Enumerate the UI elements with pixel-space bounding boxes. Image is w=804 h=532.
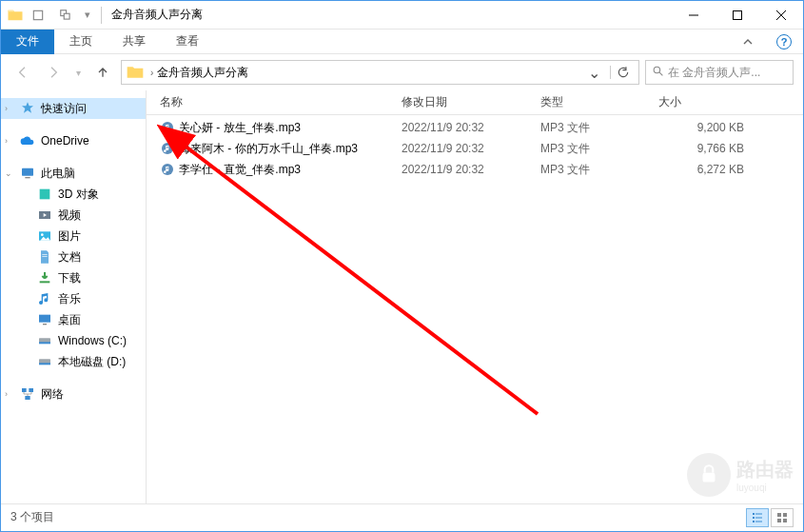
chevron-right-icon[interactable]: › <box>5 104 8 113</box>
navigation-pane: › 快速访问 › OneDrive ⌄ 此电脑 3D 对象 视频 图片 文档 下… <box>1 90 147 503</box>
refresh-button[interactable] <box>610 66 635 79</box>
ribbon: 文件 主页 共享 查看 ? <box>1 30 803 54</box>
file-type: MP3 文件 <box>540 141 658 157</box>
col-header-type[interactable]: 类型 <box>540 94 658 110</box>
file-type: MP3 文件 <box>540 162 658 178</box>
qat-button-2[interactable] <box>52 4 79 27</box>
sidebar-onedrive[interactable]: › OneDrive <box>1 130 146 151</box>
chevron-right-icon[interactable]: › <box>5 136 8 146</box>
main-area: › 快速访问 › OneDrive ⌄ 此电脑 3D 对象 视频 图片 文档 下… <box>1 90 803 503</box>
network-icon <box>20 386 35 402</box>
maximize-button[interactable] <box>716 2 759 29</box>
file-row[interactable]: 李学仕 - 直觉_伴奏.mp3 2022/11/9 20:32 MP3 文件 6… <box>147 159 803 180</box>
file-size: 9,200 KB <box>658 121 773 134</box>
nav-recent-dropdown[interactable]: ▾ <box>71 60 85 85</box>
column-headers: 名称 修改日期 类型 大小 <box>147 90 803 115</box>
close-button[interactable] <box>759 2 803 29</box>
nav-up-button[interactable] <box>90 60 115 85</box>
svg-rect-15 <box>42 254 47 255</box>
document-icon <box>37 249 52 265</box>
qat-button-1[interactable] <box>25 4 51 27</box>
ribbon-tab-view[interactable]: 查看 <box>161 30 214 54</box>
svg-rect-18 <box>39 315 50 323</box>
sidebar-item-label: 桌面 <box>58 312 81 328</box>
ribbon-tab-share[interactable]: 共享 <box>108 30 161 54</box>
svg-rect-23 <box>39 363 50 365</box>
video-icon <box>37 207 52 223</box>
help-icon[interactable]: ? <box>776 34 792 49</box>
view-icons-button[interactable] <box>771 508 794 527</box>
sidebar-item-pictures[interactable]: 图片 <box>1 226 146 246</box>
file-type: MP3 文件 <box>540 120 658 136</box>
minimize-button[interactable] <box>672 2 716 29</box>
address-dropdown-icon[interactable]: ⌄ <box>588 64 606 82</box>
qat-dropdown[interactable]: ▾ <box>80 4 95 27</box>
music-file-icon <box>160 141 175 156</box>
svg-rect-39 <box>783 519 787 522</box>
sidebar-item-3d[interactable]: 3D 对象 <box>1 184 146 205</box>
file-size: 9,766 KB <box>658 142 773 155</box>
sidebar-quick-access[interactable]: › 快速访问 <box>1 98 146 119</box>
file-row[interactable]: 海来阿木 - 你的万水千山_伴奏.mp3 2022/11/9 20:32 MP3… <box>147 138 803 159</box>
sidebar-item-label: 网络 <box>41 386 64 403</box>
col-header-name[interactable]: 名称 <box>160 94 402 110</box>
svg-rect-32 <box>753 517 755 519</box>
sidebar-network[interactable]: › 网络 <box>1 384 146 404</box>
sidebar-item-label: OneDrive <box>41 134 89 148</box>
svg-rect-10 <box>25 177 29 178</box>
svg-rect-37 <box>783 513 787 517</box>
file-row[interactable]: 关心妍 - 放生_伴奏.mp3 2022/11/9 20:32 MP3 文件 9… <box>147 117 803 138</box>
sidebar-item-downloads[interactable]: 下载 <box>1 267 146 288</box>
svg-rect-33 <box>755 517 762 518</box>
svg-point-7 <box>654 67 660 73</box>
sidebar-item-drive-c[interactable]: Windows (C:) <box>1 330 146 351</box>
sidebar-item-drive-d[interactable]: 本地磁盘 (D:) <box>1 351 146 372</box>
address-bar[interactable]: › 金舟音频人声分离 ⌄ <box>121 60 639 85</box>
svg-rect-36 <box>777 513 781 517</box>
chevron-down-icon[interactable]: ⌄ <box>5 168 12 178</box>
sidebar-item-documents[interactable]: 文档 <box>1 246 146 267</box>
ribbon-collapse-icon[interactable] <box>731 34 765 49</box>
svg-rect-16 <box>42 256 47 257</box>
nav-back-button[interactable] <box>10 60 35 85</box>
svg-line-8 <box>659 72 662 75</box>
svg-rect-19 <box>43 324 47 325</box>
ribbon-tab-home[interactable]: 主页 <box>54 30 108 54</box>
drive-icon <box>37 333 52 348</box>
search-input[interactable]: 在 金舟音频人声... <box>645 60 794 85</box>
svg-rect-30 <box>753 513 755 515</box>
svg-rect-0 <box>33 10 42 19</box>
sidebar-item-label: 图片 <box>58 228 81 245</box>
sidebar-this-pc[interactable]: ⌄ 此电脑 <box>1 163 146 184</box>
col-header-size[interactable]: 大小 <box>658 94 773 110</box>
search-placeholder: 在 金舟音频人声... <box>668 65 760 81</box>
svg-rect-31 <box>755 513 762 514</box>
sidebar-item-videos[interactable]: 视频 <box>1 205 146 226</box>
nav-forward-button[interactable] <box>41 60 66 85</box>
breadcrumb-segment[interactable]: 金舟音频人声分离 <box>157 65 248 81</box>
chevron-right-icon[interactable]: › <box>150 68 153 78</box>
sidebar-item-desktop[interactable]: 桌面 <box>1 309 146 330</box>
pc-icon <box>20 166 35 181</box>
file-name: 李学仕 - 直觉_伴奏.mp3 <box>179 162 301 178</box>
folder-icon <box>126 63 145 82</box>
file-date: 2022/11/9 20:32 <box>402 121 540 134</box>
picture-icon <box>37 228 52 244</box>
star-icon <box>20 101 35 116</box>
sidebar-item-label: 快速访问 <box>41 101 87 117</box>
file-date: 2022/11/9 20:32 <box>402 142 540 155</box>
col-header-date[interactable]: 修改日期 <box>402 94 540 110</box>
sidebar-item-label: Windows (C:) <box>58 334 127 347</box>
file-date: 2022/11/9 20:32 <box>402 163 540 176</box>
sidebar-item-label: 3D 对象 <box>58 187 99 203</box>
address-bar-row: ▾ › 金舟音频人声分离 ⌄ 在 金舟音频人声... <box>1 54 803 90</box>
svg-rect-17 <box>40 281 50 283</box>
view-details-button[interactable] <box>746 508 769 527</box>
sidebar-item-music[interactable]: 音乐 <box>1 288 146 309</box>
ribbon-tab-file[interactable]: 文件 <box>1 30 54 54</box>
svg-rect-4 <box>734 10 742 19</box>
file-name: 关心妍 - 放生_伴奏.mp3 <box>179 120 301 136</box>
title-separator <box>101 7 102 24</box>
svg-rect-26 <box>25 396 29 400</box>
chevron-right-icon[interactable]: › <box>5 389 8 399</box>
